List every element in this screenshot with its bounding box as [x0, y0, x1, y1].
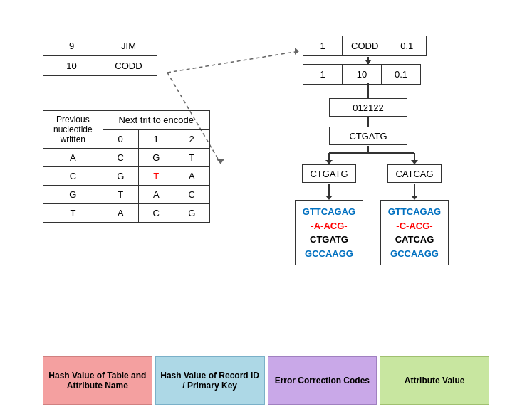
table-row: G T A C [43, 186, 210, 204]
legend-hash-record-label: Hash Value of Record ID / Primary Key [160, 371, 260, 391]
final-left-line2: -A-ACG- [298, 219, 360, 233]
db-table: 9 JIM 10 CODD [43, 36, 157, 76]
row-g-0: T [103, 186, 138, 204]
svg-line-0 [167, 51, 299, 73]
main-container: 9 JIM 10 CODD Previous nucleotide writte… [0, 0, 532, 419]
row-c-0: G [103, 167, 138, 186]
table-row: 10 CODD [43, 56, 157, 76]
legend-attribute-value: Attribute Value [380, 356, 489, 405]
split-right-value: CATCAG [395, 169, 433, 179]
db-cell-codd: CODD [100, 56, 157, 76]
row-c: C [43, 167, 103, 186]
dna-sequence-box: CTGATG [329, 127, 407, 145]
legend-attribute-value-label: Attribute Value [405, 376, 465, 386]
row-g: G [43, 186, 103, 204]
table-row: Previous nucleotide written Next trit to… [43, 111, 210, 130]
final-right-line4: GCCAAGG [384, 247, 445, 261]
db-cell-10: 10 [43, 56, 100, 76]
final-left-line4: GCCAAGG [298, 247, 360, 261]
trit-col-1: 1 [138, 129, 174, 149]
second-row-table: 1 10 0.1 [303, 64, 421, 85]
row-a-0: C [103, 149, 138, 167]
legend-error-correction-label: Error Correction Codes [275, 376, 370, 386]
second-row-1: 1 [303, 65, 343, 85]
row-g-1: A [138, 186, 174, 204]
final-right-line1: GTTCAGAG [384, 205, 445, 219]
final-right-box: GTTCAGAG -C-ACG- CATCAG GCCAAGG [380, 200, 449, 265]
top-row-01: 0.1 [387, 36, 427, 56]
row-t-2: G [174, 204, 209, 223]
trit-sequence-box: 012122 [329, 98, 407, 117]
next-trit-header: Next trit to encode [103, 111, 209, 130]
legend-hash-table: Hash Value of Table and Attribute Name [43, 356, 152, 405]
row-g-2: C [174, 186, 209, 204]
db-cell-9: 9 [43, 36, 100, 56]
table-row: C G T A [43, 167, 210, 186]
table-row: 1 CODD 0.1 [303, 36, 427, 56]
dna-sequence-value: CTGATG [349, 131, 387, 142]
row-a-2: T [174, 149, 209, 167]
trit-sequence-value: 012122 [353, 102, 383, 113]
legend-error-correction: Error Correction Codes [268, 356, 377, 405]
row-c-2: A [174, 167, 209, 186]
row-a: A [43, 149, 103, 167]
second-row-01: 0.1 [382, 65, 421, 85]
row-t-0: A [103, 204, 138, 223]
table-row: T A C G [43, 204, 210, 223]
top-row-table: 1 CODD 0.1 [303, 36, 427, 56]
table-row: A C G T [43, 149, 210, 167]
table-row: 9 JIM [43, 36, 157, 56]
prev-nucleotide-header: Previous nucleotide written [43, 111, 103, 149]
svg-marker-1 [295, 48, 299, 55]
trit-col-2: 2 [174, 129, 209, 149]
split-left-box: CTGATG [302, 164, 356, 183]
row-c-1: T [138, 167, 174, 186]
row-a-1: G [138, 149, 174, 167]
final-left-line3: CTGATG [298, 233, 360, 247]
split-left-value: CTGATG [310, 169, 348, 179]
final-left-box: GTTCAGAG -A-ACG- CTGATG GCCAAGG [295, 200, 363, 265]
top-row-1: 1 [303, 36, 343, 56]
legend-container: Hash Value of Table and Attribute Name H… [43, 356, 489, 405]
trit-table: Previous nucleotide written Next trit to… [43, 110, 210, 223]
db-cell-jim: JIM [100, 36, 157, 56]
legend-hash-record: Hash Value of Record ID / Primary Key [155, 356, 265, 405]
legend-hash-table-label: Hash Value of Table and Attribute Name [48, 371, 147, 391]
row-t-1: C [138, 204, 174, 223]
trit-col-0: 0 [103, 129, 138, 149]
split-right-box: CATCAG [387, 164, 442, 183]
final-right-line2: -C-ACG- [384, 219, 445, 233]
second-row-10: 10 [343, 65, 382, 85]
final-right-line3: CATCAG [384, 233, 445, 247]
final-left-line1: GTTCAGAG [298, 205, 360, 219]
svg-marker-3 [217, 159, 224, 164]
table-row: 1 10 0.1 [303, 65, 421, 85]
top-row-codd: CODD [343, 36, 387, 56]
row-t: T [43, 204, 103, 223]
